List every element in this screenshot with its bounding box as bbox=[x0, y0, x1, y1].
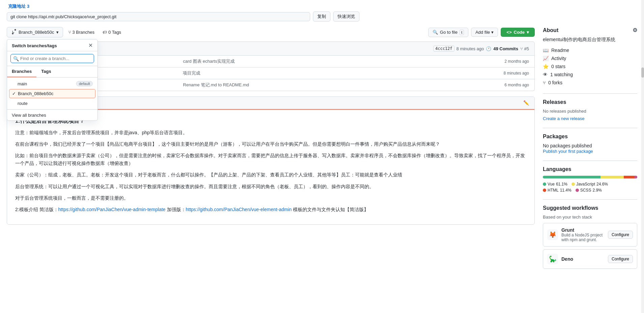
code-icon: <> bbox=[506, 30, 511, 35]
file-time: 6 months ago bbox=[504, 83, 529, 87]
branch-name: Branch_088eb50c bbox=[19, 30, 54, 35]
pr-link[interactable]: ⑂ #5 bbox=[520, 46, 529, 51]
view-all-branches-link[interactable]: View all branches bbox=[12, 113, 46, 118]
check-icon: ✓ bbox=[12, 91, 16, 96]
branch-item-selected[interactable]: ✓ Branch_088eb50c bbox=[9, 89, 95, 98]
tags-button[interactable]: 🏷 0 Tags bbox=[100, 28, 124, 36]
code-button[interactable]: <> Code ▾ bbox=[501, 28, 535, 37]
vue-name: Vue bbox=[548, 182, 555, 187]
readme-para-1: 在前台课程当中，我们已经开发了一个项目【尚品汇电商平台项目】，这个项目主要针对的… bbox=[15, 140, 526, 148]
branch-item-route-label: route bbox=[18, 101, 28, 106]
tab-branches[interactable]: Branches bbox=[7, 66, 36, 77]
sidebar-activity-link[interactable]: 📈 Activity bbox=[543, 54, 637, 62]
scss-name: SCSS bbox=[580, 188, 591, 193]
goto-file-button[interactable]: 🔍 Go to file t bbox=[428, 28, 468, 37]
html-name: HTML bbox=[548, 188, 559, 193]
book-icon: 📖 bbox=[543, 48, 549, 53]
lang-bar-scss bbox=[635, 176, 637, 178]
readme-para-4: 后台管理系统：可以让用户通过一个可视化工具，可以实现对于数据库进行增删改查的操作… bbox=[15, 183, 526, 190]
deno-icon: 🦕 bbox=[547, 254, 558, 264]
branches-count-button[interactable]: ⑂ 3 Branches bbox=[66, 28, 97, 36]
dropdown-footer: View all branches bbox=[7, 109, 97, 120]
main-content: Branch_088eb50c ▾ Switch branches/tags ✕… bbox=[0, 22, 644, 281]
lang-scss: SCSS 2.9% bbox=[576, 188, 602, 193]
scrollbar-thumb[interactable] bbox=[641, 67, 644, 78]
grunt-info: Grunt Build a NodeJS project with npm an… bbox=[561, 227, 605, 242]
languages-bar bbox=[543, 176, 637, 178]
activity-icon: 📈 bbox=[543, 56, 549, 61]
scss-percent: 2.9% bbox=[592, 188, 602, 193]
deno-configure-button[interactable]: Configure bbox=[608, 255, 633, 263]
template-link-2[interactable]: https://github.com/PanJiaChen/vue-elemen… bbox=[186, 207, 292, 212]
branch-dropdown: Switch branches/tags ✕ 🔍 Branches Tags bbox=[7, 39, 98, 121]
commit-hash: 4ccc12f bbox=[433, 46, 455, 52]
branch-selector-button[interactable]: Branch_088eb50c ▾ bbox=[7, 27, 63, 37]
readme-para-3: 卖家（公司）：组成，老板、员工。老板：开发这个项目，对于老板而言，什么都可以操作… bbox=[15, 171, 526, 178]
sidebar-divider-2 bbox=[543, 128, 637, 128]
sidebar-divider-4 bbox=[543, 199, 637, 200]
template-link-1[interactable]: https://github.com/PanJiaChen/vue-admin-… bbox=[58, 207, 166, 212]
sidebar-releases-section: Releases No releases published Create a … bbox=[543, 99, 637, 121]
js-dot bbox=[572, 182, 575, 186]
dropdown-title: Switch branches/tags bbox=[12, 43, 57, 48]
readme-body: 1:什么是后台管理系统项目？ 注意：前端领域当中，开发后台管理系统项目，并非是j… bbox=[7, 110, 534, 224]
branch-item-route[interactable]: ✓ route bbox=[7, 99, 97, 108]
sidebar-watching[interactable]: 👁 1 watching bbox=[543, 70, 637, 79]
readme-para-2: 比如：前台项目当中的数据来源于卖家（公司），但是需要注意的时候，卖家它不会数据库… bbox=[15, 152, 526, 167]
copy-button[interactable]: 复制 bbox=[313, 11, 330, 22]
deno-name: Deno bbox=[561, 256, 605, 262]
dropdown-close-button[interactable]: ✕ bbox=[88, 43, 93, 48]
no-packages-text: No packages published bbox=[543, 143, 637, 148]
workflows-desc: Based on your tech stack bbox=[543, 215, 637, 220]
lang-bar-vue bbox=[543, 176, 601, 178]
goto-file-shortcut: t bbox=[460, 30, 464, 35]
file-time: 2 months ago bbox=[504, 59, 529, 64]
dropdown-header: Switch branches/tags ✕ bbox=[7, 39, 97, 51]
branch-item-selected-label: Branch_088eb50c bbox=[18, 91, 54, 96]
activity-label: Activity bbox=[551, 56, 566, 61]
branch-search-input[interactable] bbox=[10, 54, 94, 63]
chevron-down-icon: ▾ bbox=[56, 30, 59, 35]
grunt-configure-button[interactable]: Configure bbox=[608, 231, 633, 239]
gear-icon[interactable]: ⚙ bbox=[633, 27, 637, 33]
commits-link[interactable]: 49 Commits bbox=[493, 46, 518, 51]
clone-url-input[interactable] bbox=[7, 12, 310, 21]
lang-html: HTML 11.4% bbox=[543, 188, 572, 193]
watching-count: 1 watching bbox=[550, 72, 573, 77]
sidebar-packages-section: Packages No packages published Publish y… bbox=[543, 134, 637, 154]
commit-bar-right: 4ccc12f 8 minutes ago 🕐 49 Commits ⑂ #5 bbox=[433, 46, 529, 52]
js-percent: 24.6% bbox=[596, 182, 608, 187]
sidebar-readme-link[interactable]: 📖 Readme bbox=[543, 46, 637, 54]
clone-url-row: 复制 快速浏览 bbox=[7, 11, 637, 22]
branch-icon bbox=[11, 29, 17, 35]
scrollbar[interactable] bbox=[641, 0, 644, 281]
sidebar-forks[interactable]: ⑂ 0 forks bbox=[543, 79, 637, 87]
repo-area: Branch_088eb50c ▾ Switch branches/tags ✕… bbox=[7, 27, 535, 276]
workflows-heading: Suggested workflows bbox=[543, 205, 637, 211]
dropdown-search-area: 🔍 bbox=[7, 51, 97, 66]
code-label: Code bbox=[514, 30, 525, 35]
tags-count-label: 0 Tags bbox=[108, 30, 121, 35]
code-chevron: ▾ bbox=[527, 30, 529, 35]
branch-default-badge: default bbox=[76, 81, 93, 86]
publish-package-link[interactable]: Publish your first package bbox=[543, 149, 593, 154]
js-name: JavaScript bbox=[576, 182, 595, 187]
quick-browse-button[interactable]: 快速浏览 bbox=[333, 11, 359, 22]
lang-bar-js bbox=[601, 176, 624, 178]
readme-para-0: 注意：前端领域当中，开发后台管理系统项目，并非是java、php等后台语言项目。 bbox=[15, 129, 526, 136]
search-wrapper: 🔍 bbox=[10, 54, 94, 63]
readme-label: Readme bbox=[551, 48, 569, 53]
scss-dot bbox=[576, 189, 579, 192]
no-releases-text: No releases published bbox=[543, 109, 637, 114]
edit-icon[interactable]: ✏️ bbox=[523, 100, 529, 106]
add-file-button[interactable]: Add file ▾ bbox=[471, 28, 498, 37]
vue-dot bbox=[543, 182, 546, 186]
branch-list: ✓ main default ✓ Branch_088eb50c ✓ rou bbox=[7, 78, 97, 109]
branch-item-main[interactable]: ✓ main default bbox=[7, 79, 97, 88]
forks-count: 0 forks bbox=[548, 80, 562, 85]
sidebar-stars[interactable]: ⭐ 0 stars bbox=[543, 62, 637, 70]
tab-tags[interactable]: Tags bbox=[36, 66, 56, 77]
star-icon: ⭐ bbox=[543, 64, 549, 69]
file-message: card 图表 echarts实现完成 bbox=[183, 58, 502, 64]
create-release-link[interactable]: Create a new release bbox=[543, 116, 585, 121]
